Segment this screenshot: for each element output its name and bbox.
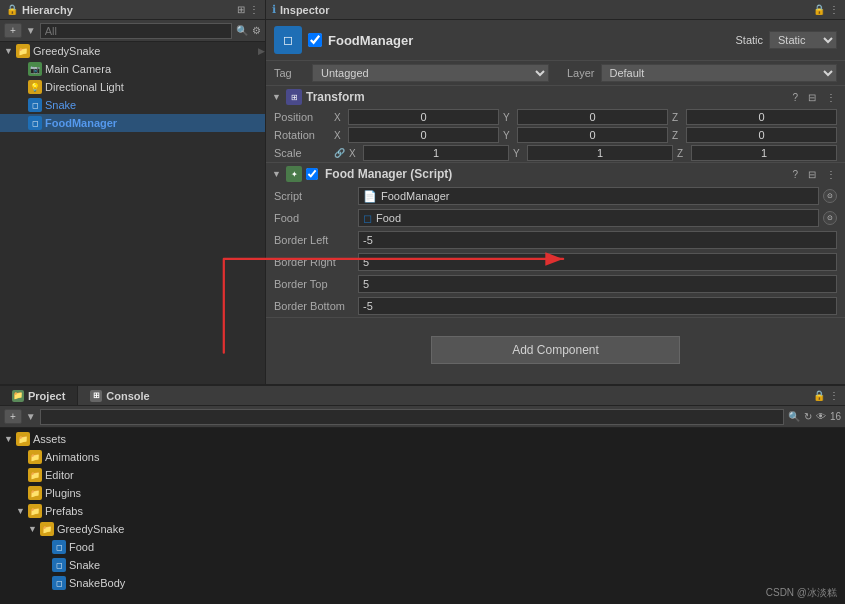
- project-item-assets[interactable]: ▼ 📁 Assets: [0, 430, 845, 448]
- script-section: ▼ ✦ Food Manager (Script) ? ⊟ ⋮ Script 📄: [266, 163, 845, 318]
- food-label: Food: [274, 212, 354, 224]
- settings-btn-script[interactable]: ⊟: [805, 168, 819, 181]
- x-axis-scale: X: [349, 148, 359, 159]
- script-enabled-checkbox[interactable]: [306, 168, 318, 180]
- snake-prefab-label: Snake: [69, 559, 100, 571]
- project-item-food[interactable]: ◻ Food: [0, 538, 845, 556]
- project-item-greedysnake[interactable]: ▼ 📁 GreedySnake: [0, 520, 845, 538]
- add-asset-button[interactable]: +: [4, 409, 22, 424]
- console-tab-icon: ⊞: [90, 390, 102, 402]
- inspector-header: ℹ Inspector 🔒 ⋮: [266, 0, 845, 20]
- settings-btn[interactable]: ⊟: [805, 91, 819, 104]
- tab-console[interactable]: ⊞ Console: [78, 386, 161, 405]
- script-select-btn[interactable]: ⊙: [823, 189, 837, 203]
- border-right-value[interactable]: 5: [358, 253, 837, 271]
- add-component-area: Add Component: [266, 318, 845, 382]
- position-row: Position X Y Z: [266, 108, 845, 126]
- object-active-checkbox[interactable]: [308, 33, 322, 47]
- border-left-value[interactable]: -5: [358, 231, 837, 249]
- hierarchy-item-greedysnake[interactable]: ▼ 📁 GreedySnake ▶: [0, 42, 265, 60]
- scale-x-input[interactable]: [363, 145, 509, 161]
- border-right-field: Border Right 5: [266, 251, 845, 273]
- project-tree: ▼ 📁 Assets 📁 Animations 📁 Editor 📁 Plugi…: [0, 428, 845, 604]
- menu-icon[interactable]: ⋮: [249, 4, 259, 15]
- project-item-snakebody[interactable]: ◻ SnakeBody: [0, 574, 845, 592]
- greedysnake-label: GreedySnake: [57, 523, 124, 535]
- food-value-text: Food: [376, 212, 401, 224]
- refresh-icon[interactable]: ↻: [804, 411, 812, 422]
- right-arrow: ▶: [258, 46, 265, 56]
- hierarchy-item-foodmanager[interactable]: ◻ FoodManager: [0, 114, 265, 132]
- hierarchy-item-main-camera[interactable]: 📷 Main Camera: [0, 60, 265, 78]
- scale-z-input[interactable]: [691, 145, 837, 161]
- editor-label: Editor: [45, 469, 74, 481]
- layer-dropdown[interactable]: Default: [601, 64, 838, 82]
- cube-blue-icon: ◻: [28, 98, 42, 112]
- border-top-label: Border Top: [274, 278, 354, 290]
- tag-dropdown[interactable]: Untagged: [312, 64, 549, 82]
- tree-arrow: ▼: [16, 506, 28, 516]
- project-item-plugins[interactable]: 📁 Plugins: [0, 484, 845, 502]
- project-item-animations[interactable]: 📁 Animations: [0, 448, 845, 466]
- menu-icon[interactable]: ⋮: [829, 4, 839, 15]
- project-item-snake[interactable]: ◻ Snake: [0, 556, 845, 574]
- rot-y-input[interactable]: [517, 127, 668, 143]
- search-input[interactable]: [40, 23, 232, 39]
- pos-y-input[interactable]: [517, 109, 668, 125]
- script-header[interactable]: ▼ ✦ Food Manager (Script) ? ⊟ ⋮: [266, 163, 845, 185]
- add-button[interactable]: +: [4, 23, 22, 38]
- search-icon: 🔍: [236, 25, 248, 36]
- script-title: Food Manager (Script): [325, 167, 785, 181]
- tab-console-label: Console: [106, 390, 149, 402]
- animations-folder-icon: 📁: [28, 450, 42, 464]
- project-item-editor[interactable]: 📁 Editor: [0, 466, 845, 484]
- menu-icon-bottom[interactable]: ⋮: [829, 390, 839, 401]
- script-icon: ✦: [286, 166, 302, 182]
- more-btn-script[interactable]: ⋮: [823, 168, 839, 181]
- tag-label: Tag: [274, 67, 306, 79]
- project-item-prefabs[interactable]: ▼ 📁 Prefabs: [0, 502, 845, 520]
- snakebody-cube-icon: ◻: [52, 576, 66, 590]
- lock-icon[interactable]: 🔒: [813, 4, 825, 15]
- pos-z-input[interactable]: [686, 109, 837, 125]
- y-axis-pos: Y: [503, 112, 513, 123]
- bottom-tabs: 📁 Project ⊞ Console 🔒 ⋮: [0, 386, 845, 406]
- asset-search-input[interactable]: [40, 409, 784, 425]
- animations-label: Animations: [45, 451, 99, 463]
- add-component-button[interactable]: Add Component: [431, 336, 680, 364]
- help-btn-script[interactable]: ?: [789, 168, 801, 181]
- hierarchy-item-directional-light[interactable]: 💡 Directional Light: [0, 78, 265, 96]
- eye-icon[interactable]: 👁: [816, 411, 826, 422]
- dropdown-arrow: ▼: [26, 411, 36, 422]
- object-header: ◻ FoodManager Static Static: [266, 20, 845, 61]
- tab-project[interactable]: 📁 Project: [0, 386, 78, 405]
- lock-icon-bottom[interactable]: 🔒: [813, 390, 825, 401]
- transform-header[interactable]: ▼ ⊞ Transform ? ⊟ ⋮: [266, 86, 845, 108]
- filter-icon[interactable]: ⚙: [252, 25, 261, 36]
- static-label: Static: [735, 34, 763, 46]
- border-top-value[interactable]: 5: [358, 275, 837, 293]
- pos-x-input[interactable]: [348, 109, 499, 125]
- assets-label: Assets: [33, 433, 66, 445]
- border-right-value-text: 5: [363, 256, 369, 268]
- position-label: Position: [274, 111, 330, 123]
- search-icon-assets: 🔍: [788, 411, 800, 422]
- inspector-content: ◻ FoodManager Static Static Tag Untagged…: [266, 20, 845, 384]
- inspector-icon: ℹ: [272, 3, 276, 16]
- more-btn[interactable]: ⋮: [823, 91, 839, 104]
- pin-icon[interactable]: ⊞: [237, 4, 245, 15]
- lock-scale-icon: 🔗: [334, 148, 345, 158]
- script-component-buttons: ? ⊟ ⋮: [789, 168, 839, 181]
- food-icon: ◻: [363, 212, 372, 225]
- hierarchy-item-snake[interactable]: ◻ Snake: [0, 96, 265, 114]
- scale-y-input[interactable]: [527, 145, 673, 161]
- static-dropdown[interactable]: Static: [769, 31, 837, 49]
- food-select-btn[interactable]: ⊙: [823, 211, 837, 225]
- bottom-content: ▼ 📁 Assets 📁 Animations 📁 Editor 📁 Plugi…: [0, 428, 845, 604]
- rot-z-input[interactable]: [686, 127, 837, 143]
- folder-icon: 📁: [16, 44, 30, 58]
- inspector-panel: ℹ Inspector 🔒 ⋮ ◻ FoodManager Static Sta…: [266, 0, 845, 384]
- border-bottom-value[interactable]: -5: [358, 297, 837, 315]
- rot-x-input[interactable]: [348, 127, 499, 143]
- help-btn[interactable]: ?: [789, 91, 801, 104]
